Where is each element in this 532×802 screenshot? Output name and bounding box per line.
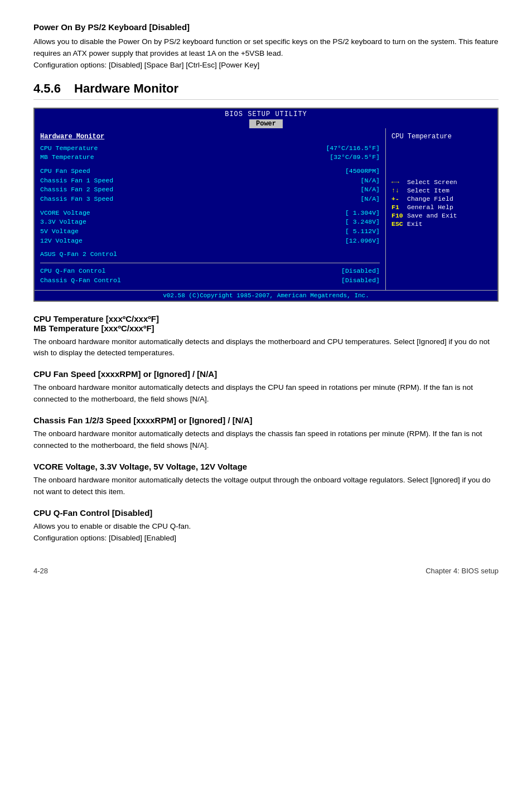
subsection-cpu-mb-temp: CPU Temperature [xxxºC/xxxºF] MB Tempera… (33, 314, 499, 360)
subsection-voltage-body: The onboard hardware monitor automatical… (33, 475, 499, 498)
bios-row-5v: 5V Voltage [ 5.112V] (40, 227, 380, 236)
bios-row-33v: 3.3V Voltage [ 3.248V] (40, 218, 380, 227)
bios-key-change-field: +- Change Field (391, 195, 492, 202)
bios-row-mb-temp: MB Temperature [32°C/89.5°F] (40, 153, 380, 162)
bios-row-12v: 12V Voltage [12.096V] (40, 236, 380, 246)
subsection-cpu-qfan-title: CPU Q-Fan Control [Disabled] (33, 508, 499, 518)
subsection-cpu-mb-temp-title: CPU Temperature [xxxºC/xxxºF] MB Tempera… (33, 314, 499, 333)
bios-row-cpu-qfan: CPU Q-Fan Control [Disabled] (40, 267, 380, 276)
top-section-title: Power On By PS/2 Keyboard [Disabled] (33, 22, 499, 32)
subsection-cpu-fan-speed-title: CPU Fan Speed [xxxxRPM] or [Ignored] / [… (33, 369, 499, 379)
bios-key-select-item: ↑↓ Select Item (391, 187, 492, 194)
bios-footer: v02.58 (C)Copyright 1985-2007, American … (35, 290, 497, 301)
section-number: 4.5.6 (33, 81, 61, 95)
subsection-chassis-fan-speed-title: Chassis Fan 1/2/3 Speed [xxxxRPM] or [Ig… (33, 416, 499, 425)
subsection-cpu-qfan-body: Allows you to enable or disable the CPU … (33, 521, 499, 544)
subsection-chassis-fan-speed: Chassis Fan 1/2/3 Speed [xxxxRPM] or [Ig… (33, 416, 499, 452)
bios-right-panel: CPU Temperature ←→ Select Screen ↑↓ Sele… (386, 128, 497, 290)
bios-row-chassis-fan3: Chassis Fan 3 Speed [N/A] (40, 195, 380, 204)
hardware-monitor-heading: 4.5.6 Hardware Monitor (33, 81, 499, 100)
bios-tab-bar: Power (35, 119, 497, 128)
bios-header: BIOS SETUP UTILITY Power (35, 109, 497, 128)
bios-row-cpu-temp: CPU Temperature [47°C/116.5°F] (40, 144, 380, 153)
bios-row-cpu-fan: CPU Fan Speed [4500RPM] (40, 167, 380, 176)
bios-section-label: Hardware Monitor (40, 133, 380, 141)
section-label: Hardware Monitor (74, 81, 178, 95)
subsection-voltage: VCORE Voltage, 3.3V Voltage, 5V Voltage,… (33, 462, 499, 498)
bios-row-vcore: VCORE Voltage [ 1.304V] (40, 209, 380, 218)
bios-key-select-screen: ←→ Select Screen (391, 178, 492, 186)
top-section-body: Allows you to disable the Power On by PS… (33, 36, 499, 71)
bios-row-chassis-fan1: Chassis Fan 1 Speed [N/A] (40, 176, 380, 186)
footer-chapter: Chapter 4: BIOS setup (425, 567, 499, 575)
subsection-cpu-fan-speed-body: The onboard hardware monitor automatical… (33, 382, 499, 405)
bios-title: BIOS SETUP UTILITY (35, 110, 497, 118)
subsection-cpu-mb-temp-body: The onboard hardware monitor automatical… (33, 336, 499, 360)
bios-key-esc: ESC Exit (391, 220, 492, 228)
subsection-voltage-title: VCORE Voltage, 3.3V Voltage, 5V Voltage,… (33, 462, 499, 471)
subsection-chassis-fan-speed-body: The onboard hardware monitor automatical… (33, 428, 499, 452)
bios-tab-power[interactable]: Power (249, 119, 283, 128)
top-section: Power On By PS/2 Keyboard [Disabled] All… (33, 22, 499, 71)
subsection-cpu-fan-speed: CPU Fan Speed [xxxxRPM] or [Ignored] / [… (33, 369, 499, 405)
bios-row-chassis-qfan: Chassis Q-Fan Control [Disabled] (40, 276, 380, 286)
bios-left-panel: Hardware Monitor CPU Temperature [47°C/1… (35, 128, 386, 290)
footer-page-number: 4-28 (33, 567, 48, 575)
bios-key-general-help: F1 General Help (391, 204, 492, 211)
bios-row-qfan2: ASUS Q-Fan 2 Control (40, 250, 380, 259)
subsection-cpu-qfan: CPU Q-Fan Control [Disabled] Allows you … (33, 508, 499, 544)
bios-content: Hardware Monitor CPU Temperature [47°C/1… (35, 128, 497, 290)
page-footer: 4-28 Chapter 4: BIOS setup (33, 567, 499, 575)
subsections: CPU Temperature [xxxºC/xxxºF] MB Tempera… (33, 314, 499, 544)
bios-box: BIOS SETUP UTILITY Power Hardware Monito… (33, 108, 499, 302)
bios-right-title: CPU Temperature (391, 133, 492, 141)
bios-row-chassis-fan2: Chassis Fan 2 Speed [N/A] (40, 185, 380, 195)
bios-key-save-exit: F10 Save and Exit (391, 212, 492, 219)
